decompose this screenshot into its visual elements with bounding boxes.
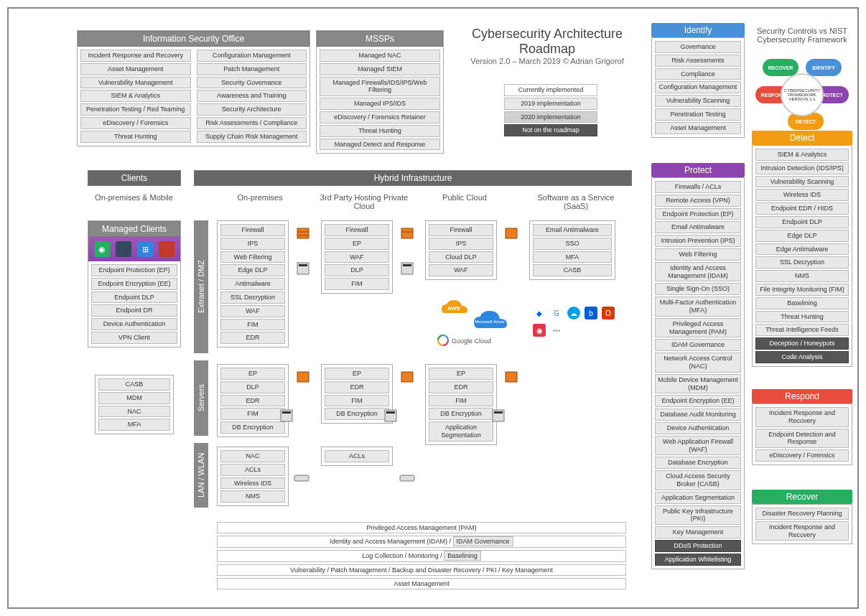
list-item: SSO bbox=[533, 238, 612, 250]
dmz-saas: Email AntimalwareSSOMFACASB bbox=[529, 220, 615, 280]
legend: Currently implemented 2019 implementatio… bbox=[504, 84, 597, 138]
list-item: Cloud DLP bbox=[429, 251, 493, 263]
col-onprem: On-premises bbox=[217, 192, 303, 203]
svg-text:Microsoft Azure: Microsoft Azure bbox=[475, 319, 505, 324]
list-item: IPS bbox=[220, 238, 285, 250]
list-item: Remote Access (VPN) bbox=[655, 195, 741, 207]
list-item: Code Analysis bbox=[755, 351, 849, 363]
list-item: EDR bbox=[220, 332, 285, 344]
list-item: WAF bbox=[429, 264, 493, 276]
list-item: FIM bbox=[325, 395, 389, 407]
list-item: Database Encryption bbox=[655, 457, 741, 469]
identify-panel: Identify GovernanceRisk AssessmentsCompl… bbox=[651, 23, 745, 138]
respond-header: Respond bbox=[752, 389, 852, 403]
detect-panel: Detect SIEM & AnalyticsIntrusion Detecti… bbox=[752, 131, 852, 367]
svg-rect-17 bbox=[297, 372, 309, 382]
list-item: Network Access Control (NAC) bbox=[655, 353, 741, 373]
list-item: Asset Management bbox=[80, 63, 191, 75]
lan-third: ACLs bbox=[321, 447, 393, 466]
more-icon: ••• bbox=[550, 324, 563, 337]
nist-title: Security Controls vs NIST Cybersecurity … bbox=[748, 27, 856, 44]
list-item: EP bbox=[325, 238, 389, 250]
svg-rect-15 bbox=[403, 264, 411, 266]
server-icon bbox=[490, 407, 507, 424]
nist-wheel: IDENTIFY PROTECT DETECT RESPOND RECOVER … bbox=[752, 52, 852, 138]
list-item: Edge Antimalware bbox=[755, 243, 849, 256]
recover-list: Disaster Recovery PlanningIncident Respo… bbox=[752, 504, 852, 544]
page-title: Cybersecurity Architecture Roadmap bbox=[454, 27, 641, 57]
iso-header: Information Security Office bbox=[78, 31, 309, 47]
recover-header: Recover bbox=[752, 490, 852, 504]
azure-cloud-icon: Microsoft Azure bbox=[468, 307, 511, 334]
svg-rect-20 bbox=[401, 372, 413, 382]
clients-subhead: On-premises & Mobile bbox=[85, 192, 182, 203]
list-item: Supply Chain Risk Management bbox=[197, 131, 307, 143]
vlabel-servers: Servers bbox=[194, 360, 208, 436]
col-public: Public Cloud bbox=[425, 192, 504, 203]
list-item: EP bbox=[325, 368, 389, 380]
list-item: NAC bbox=[98, 406, 170, 418]
list-item: ACLs bbox=[325, 450, 389, 462]
windows-icon: ⊞ bbox=[137, 241, 153, 257]
footer-asset: Asset Management bbox=[217, 578, 626, 589]
detect-list: SIEM & AnalyticsIntrusion Detection (IDS… bbox=[752, 145, 852, 367]
list-item: Web Filtering bbox=[655, 248, 741, 261]
list-item: Security Governance bbox=[197, 77, 307, 89]
list-item: Endpoint Protection (EP) bbox=[91, 264, 177, 276]
list-item: Deception / Honeypots bbox=[755, 337, 849, 350]
list-item: Disaster Recovery Planning bbox=[755, 508, 849, 520]
list-item: Threat Hunting bbox=[755, 311, 849, 323]
list-item: IPS bbox=[429, 238, 493, 250]
list-item: Edge DLP bbox=[220, 264, 285, 276]
switch-icon bbox=[293, 468, 310, 485]
server-icon bbox=[382, 407, 399, 424]
saas-icons: ◆ G ☁ b O ◉ ••• bbox=[533, 307, 619, 337]
list-item: Managed IPS/IDS bbox=[320, 98, 440, 110]
vlabel-lan: LAN / WLAN bbox=[194, 443, 208, 508]
detect-header: Detect bbox=[752, 131, 852, 145]
clients-header: Clients bbox=[88, 170, 181, 186]
list-item: IDAM Governance bbox=[655, 339, 741, 351]
protect-list: Firewalls / ACLsRemote Access (VPN)Endpo… bbox=[651, 177, 745, 569]
svg-rect-25 bbox=[494, 411, 503, 414]
list-item: eDiscovery / Forensics Retainer bbox=[320, 111, 440, 123]
mssps-panel: MSSPs Managed NACManaged SIEMManaged Fir… bbox=[316, 30, 444, 154]
list-item: Threat Hunting bbox=[80, 131, 191, 143]
list-item: Identity and Access Management (IDAM) bbox=[655, 262, 741, 282]
list-item: Patch Management bbox=[197, 63, 307, 75]
title-block: Cybersecurity Architecture Roadmap Versi… bbox=[454, 27, 641, 65]
list-item: Incident Response and Recovery bbox=[755, 521, 849, 541]
list-item: WAF bbox=[325, 251, 389, 263]
list-item: Intrusion Prevention (IPS) bbox=[655, 235, 741, 247]
list-item: Wireless IDS bbox=[755, 189, 849, 201]
list-item: VPN Client bbox=[91, 332, 177, 344]
mac-icon bbox=[159, 241, 174, 257]
list-item: DLP bbox=[220, 381, 285, 393]
list-item: Firewall bbox=[220, 224, 285, 236]
list-item: Configuration Management bbox=[655, 81, 741, 93]
list-item: WAF bbox=[220, 305, 285, 317]
list-item: Intrusion Detection (IDS/IPS) bbox=[755, 162, 849, 174]
list-item: Vulnerability Scanning bbox=[755, 176, 849, 188]
list-item: Endpoint Protection (EP) bbox=[655, 208, 741, 220]
vlabel-dmz: Extranet / DMZ bbox=[194, 220, 208, 353]
list-item: FIM bbox=[220, 408, 285, 420]
dmz-onprem: FirewallIPSWeb FilteringEdge DLPAntimalw… bbox=[217, 220, 289, 347]
list-item: Compliance bbox=[655, 68, 741, 80]
protect-header: Protect bbox=[651, 163, 745, 177]
list-item: Configuration Management bbox=[197, 50, 307, 62]
list-item: Mobile Device Management (MDM) bbox=[655, 374, 741, 394]
svg-text:Google Cloud: Google Cloud bbox=[452, 337, 491, 345]
salesforce-icon: ☁ bbox=[567, 307, 580, 319]
list-item: Firewall bbox=[429, 224, 493, 236]
client-extra-list: CASBMDMNACMFA bbox=[95, 375, 174, 434]
list-item: DDoS Protection bbox=[655, 540, 741, 552]
os-icon-bar: ◉ ⊞ bbox=[88, 237, 180, 261]
firewall-icon bbox=[294, 224, 312, 241]
list-item: Threat Hunting bbox=[320, 125, 440, 137]
list-item: SIEM & Analytics bbox=[80, 90, 191, 102]
server-icon bbox=[399, 260, 416, 277]
list-item: eDiscovery / Forensics bbox=[755, 449, 849, 462]
list-item: Endpoint Encryption (EE) bbox=[655, 395, 741, 407]
list-item: Endpoint DLP bbox=[755, 216, 849, 228]
